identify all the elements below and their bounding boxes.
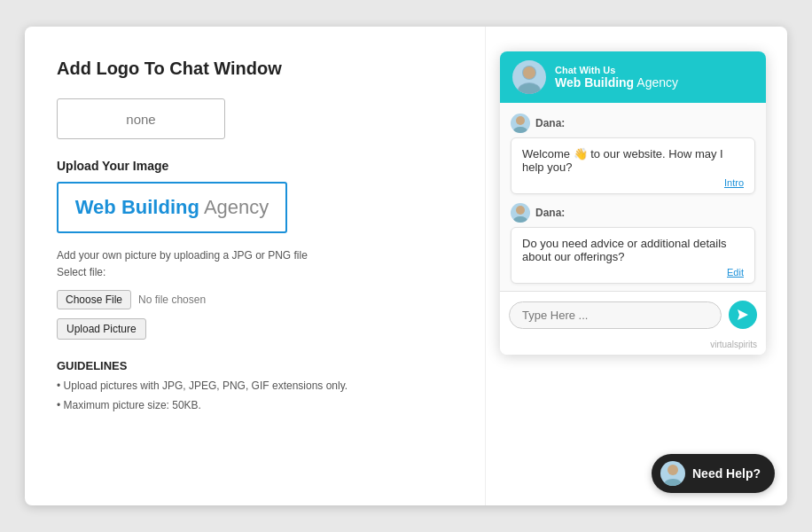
svg-point-10 <box>664 479 682 486</box>
chat-message-block: Dana: Welcome 👋 to our website. How may … <box>511 113 755 194</box>
chat-bubble-1: Welcome 👋 to our website. How may I help… <box>511 137 755 194</box>
logo-none-preview: none <box>57 98 225 139</box>
guidelines-title: GUIDELINES <box>57 359 453 372</box>
instructions-line1: Add your own picture by uploading a JPG … <box>57 249 308 262</box>
choose-file-button[interactable]: Choose File <box>57 290 131 309</box>
svg-point-7 <box>513 216 527 223</box>
chat-with-us-label: Chat With Us <box>555 65 678 75</box>
chat-message-block: Dana: Do you need advice or additional d… <box>511 203 755 284</box>
logo-none-text: none <box>126 112 155 127</box>
svg-marker-8 <box>738 309 748 320</box>
chat-bubble-2: Do you need advice or additional details… <box>511 227 755 284</box>
chat-input[interactable] <box>509 301 722 329</box>
message-text-1: Welcome 👋 to our website. How may I help… <box>522 147 723 174</box>
svg-point-5 <box>513 127 527 133</box>
guidelines-list: Upload pictures with JPG, JPEG, PNG, GIF… <box>57 377 453 415</box>
upload-instructions: Add your own picture by uploading a JPG … <box>57 247 453 281</box>
sender-avatar-2 <box>511 203 530 223</box>
svg-point-4 <box>516 116 525 125</box>
sender-row-2: Dana: <box>511 203 755 223</box>
sender-avatar <box>511 113 530 133</box>
chat-header: Chat With Us Web Building Agency <box>500 51 766 103</box>
chat-header-text: Chat With Us Web Building Agency <box>555 65 678 90</box>
chat-widget: Chat With Us Web Building Agency <box>500 51 766 355</box>
chat-footer: virtualspirits <box>500 338 766 355</box>
need-help-label: Need Help? <box>692 466 761 481</box>
instructions-line2: Select file: <box>57 266 105 278</box>
message-link-2[interactable]: Edit <box>522 267 744 278</box>
guideline-item-2: Maximum picture size: 50KB. <box>57 396 453 416</box>
logo-bold-text: Web Building <box>75 196 199 219</box>
sender-name-2: Dana: <box>535 207 565 219</box>
chat-send-button[interactable] <box>729 301 757 329</box>
sender-row: Dana: <box>511 113 755 133</box>
svg-point-6 <box>516 206 525 215</box>
left-panel: Add Logo To Chat Window none Upload Your… <box>25 27 486 505</box>
guideline-item-1: Upload pictures with JPG, JPEG, PNG, GIF… <box>57 377 453 396</box>
message-text-2: Do you need advice or additional details… <box>522 237 727 263</box>
chat-messages-area: Dana: Welcome 👋 to our website. How may … <box>500 103 766 291</box>
logo-image-preview: Web Building Agency <box>57 182 287 233</box>
avatar <box>512 60 546 94</box>
sender-name-1: Dana: <box>535 117 565 129</box>
need-help-icon <box>660 461 685 486</box>
upload-label: Upload Your Image <box>57 159 453 173</box>
svg-point-9 <box>668 465 678 475</box>
footer-brand: virtualspirits <box>710 340 757 349</box>
svg-point-2 <box>523 66 535 79</box>
chat-input-row <box>500 291 766 338</box>
logo-regular-text: Agency <box>204 196 269 219</box>
chat-brand: Web Building Agency <box>555 75 678 90</box>
message-link-1[interactable]: Intro <box>522 177 744 188</box>
right-panel: Chat With Us Web Building Agency <box>486 27 787 505</box>
upload-picture-button[interactable]: Upload Picture <box>57 318 146 340</box>
file-input-row: Choose File No file chosen <box>57 290 453 309</box>
no-file-text: No file chosen <box>138 293 206 306</box>
send-icon <box>736 308 750 322</box>
page-title: Add Logo To Chat Window <box>57 59 453 79</box>
main-container: Add Logo To Chat Window none Upload Your… <box>25 27 787 505</box>
need-help-bubble[interactable]: Need Help? <box>652 454 775 493</box>
